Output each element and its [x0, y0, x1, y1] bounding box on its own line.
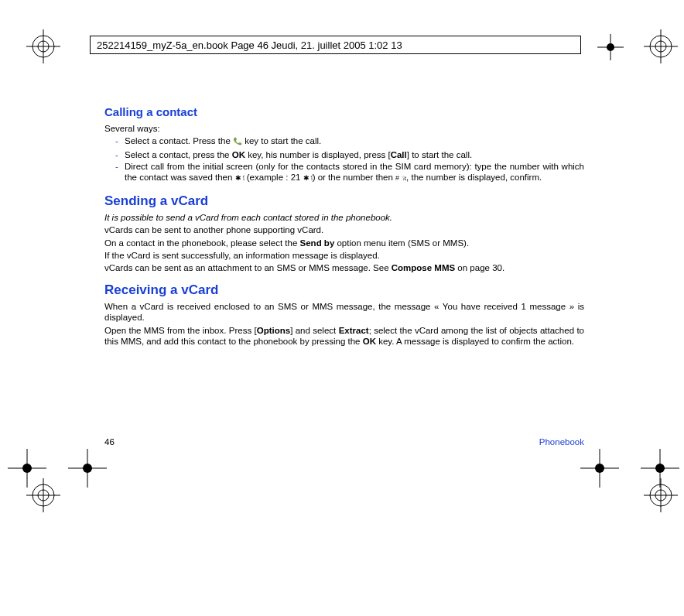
- send-by-label: Send by: [300, 238, 335, 248]
- call-softkey-label: Call: [391, 150, 407, 159]
- svg-point-18: [22, 464, 32, 473]
- call-key-icon: [233, 136, 242, 148]
- svg-point-21: [83, 464, 92, 473]
- receiving-p2: Open the MMS from the inbox. Press [Opti…: [104, 325, 584, 347]
- calling-intro: Several ways:: [104, 123, 584, 134]
- star-key-icon: ✱⇧: [303, 173, 313, 184]
- text: , the number is displayed, confirm.: [406, 173, 542, 182]
- text: On a contact in the phonebook, please se…: [104, 238, 300, 248]
- text: ] and select: [290, 326, 338, 335]
- crop-mark-icon: [641, 449, 679, 488]
- svg-text:✱⇧: ✱⇧: [235, 174, 245, 182]
- crop-mark-icon: [68, 449, 107, 488]
- hash-key-icon: # ☏: [395, 173, 406, 184]
- page-content: Calling a contact Several ways: Select a…: [104, 102, 584, 349]
- page-root: 252214159_myZ-5a_en.book Page 46 Jeudi, …: [0, 0, 684, 616]
- text: Select a contact, press the: [125, 150, 232, 159]
- text: key, his number is displayed, press [: [245, 150, 391, 159]
- compose-mms-ref: Compose MMS: [392, 263, 455, 272]
- receiving-p1: When a vCard is received enclosed to an …: [104, 301, 584, 323]
- text: ] to start the call.: [407, 150, 472, 159]
- sending-p3: On a contact in the phonebook, please se…: [104, 238, 584, 248]
- document-meta-text: 252214159_myZ-5a_en.book Page 46 Jeudi, …: [97, 39, 402, 51]
- text: Select a contact. Press the: [125, 136, 233, 145]
- svg-point-27: [655, 464, 665, 473]
- svg-text:✱⇧: ✱⇧: [303, 174, 313, 182]
- text: on page 30.: [455, 263, 504, 272]
- calling-list: Select a contact. Press the key to start…: [104, 135, 584, 185]
- sending-p4: If the vCard is sent successfully, an in…: [104, 250, 584, 261]
- ok-key-label: OK: [232, 150, 245, 159]
- text: key to start the call.: [242, 136, 321, 145]
- star-key-icon: ✱⇧: [235, 173, 245, 184]
- heading-sending-vcard: Sending a vCard: [104, 193, 584, 209]
- extract-label: Extract: [339, 326, 369, 335]
- sending-p2: vCards can be sent to another phone supp…: [104, 224, 584, 235]
- text: vCards can be sent as an attachment to a…: [104, 263, 392, 272]
- list-item: Direct call from the initial screen (onl…: [115, 161, 584, 185]
- ok-key-label: OK: [363, 337, 376, 346]
- text: (example : 21: [245, 173, 303, 182]
- text: key. A message is displayed to confirm t…: [376, 337, 574, 346]
- registration-mark-icon: [644, 29, 678, 63]
- svg-point-30: [607, 43, 614, 51]
- text: ) or the number then: [313, 173, 395, 182]
- options-label: Options: [257, 326, 290, 335]
- registration-mark-icon: [26, 29, 60, 63]
- svg-text:# ☏: # ☏: [395, 174, 406, 182]
- list-item: Select a contact. Press the key to start…: [115, 135, 584, 148]
- page-number: 46: [104, 437, 115, 447]
- crop-mark-icon: [580, 449, 619, 488]
- page-footer: 46 Phonebook: [104, 437, 584, 447]
- crop-mark-icon: [8, 449, 46, 488]
- sending-p5: vCards can be sent as an attachment to a…: [104, 262, 584, 273]
- text: Open the MMS from the inbox. Press [: [104, 326, 257, 335]
- crop-mark-icon: [597, 34, 624, 60]
- list-item: Select a contact, press the OK key, his …: [115, 149, 584, 160]
- section-name: Phonebook: [539, 437, 584, 447]
- text: option menu item (SMS or MMS).: [334, 238, 469, 248]
- heading-calling-contact: Calling a contact: [104, 105, 584, 120]
- heading-receiving-vcard: Receiving a vCard: [104, 282, 584, 298]
- svg-point-24: [595, 464, 604, 473]
- sending-p1: It is possible to send a vCard from each…: [104, 212, 584, 223]
- document-meta-box: 252214159_myZ-5a_en.book Page 46 Jeudi, …: [90, 36, 581, 54]
